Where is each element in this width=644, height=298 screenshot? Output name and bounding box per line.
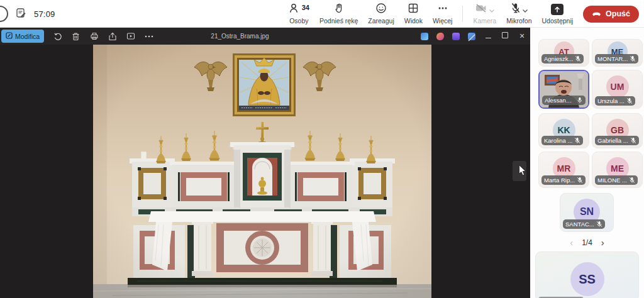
mic-muted-icon — [511, 3, 521, 16]
share-file-icon[interactable] — [108, 31, 117, 41]
participants-rail: AT Agnieszk... ME MONTAR... — [530, 28, 644, 298]
avatar: UM — [606, 75, 629, 98]
meeting-topbar: 57:09 34 Osoby Podnieś rękę — [0, 0, 644, 28]
participant-label: Marta Rip... — [541, 175, 586, 185]
mic-button[interactable]: Mikrofon — [506, 4, 531, 25]
page-indicator: 1/4 — [582, 238, 592, 247]
photo-ai-icon[interactable] — [421, 33, 428, 40]
meeting-timer: 57:09 — [34, 9, 55, 19]
prev-page-chevron[interactable]: ‹ — [570, 238, 573, 247]
people-button[interactable]: 34 Osoby — [289, 4, 309, 25]
mic-muted-icon — [596, 221, 602, 228]
slideshow-icon[interactable] — [126, 31, 135, 41]
session-circle-icon — [0, 6, 8, 22]
participants-pagination: ‹ 1/4 › — [530, 238, 644, 247]
more-options-icon[interactable] — [144, 31, 153, 41]
camera-button[interactable]: Kamera — [473, 4, 496, 25]
clipchamp-icon[interactable] — [436, 33, 444, 40]
view-button[interactable]: Widok — [404, 4, 423, 25]
raise-hand-icon — [333, 3, 344, 16]
raise-hand-button[interactable]: Podnieś rękę — [319, 4, 358, 25]
mic-on-icon — [577, 97, 583, 104]
mic-muted-icon — [630, 55, 636, 62]
mic-muted-icon — [626, 97, 633, 104]
print-icon[interactable] — [89, 31, 99, 41]
camera-off-icon — [475, 3, 487, 16]
participant-tile-me1[interactable]: ME MONTAR... — [592, 39, 643, 67]
people-count-badge: 34 — [302, 4, 309, 11]
close-button[interactable]: × — [518, 28, 526, 45]
mic-muted-icon — [629, 177, 635, 184]
participant-label: Karolina ... — [541, 136, 583, 145]
restore-button[interactable] — [501, 28, 509, 45]
leave-button[interactable]: Opuść — [583, 6, 639, 23]
mouse-cursor — [518, 165, 527, 179]
participant-tile-gb[interactable]: GB Gabriella ... — [592, 113, 643, 148]
topbar-left: 57:09 — [0, 0, 55, 28]
mic-muted-icon — [575, 55, 581, 62]
handset-icon — [592, 9, 601, 19]
participant-label: Urszula ... — [595, 96, 635, 106]
controls-divider — [462, 6, 463, 22]
designer-icon[interactable] — [452, 33, 460, 40]
next-page-chevron[interactable]: › — [601, 238, 604, 247]
more-button[interactable]: Więcej — [433, 4, 453, 25]
participant-label: Gabriella ... — [595, 136, 639, 145]
meeting-controls: 34 Osoby Podnieś rękę Zareaguj — [289, 0, 639, 28]
mic-muted-icon — [574, 137, 580, 144]
participant-tile-alessandro-video[interactable]: Alessandr... — [538, 70, 589, 109]
mic-chevron-icon[interactable] — [523, 4, 528, 15]
avatar: SS — [570, 262, 604, 296]
notes-icon[interactable] — [16, 8, 26, 21]
rotate-icon[interactable] — [53, 31, 62, 41]
share-screen-button[interactable]: Udostępnij — [541, 4, 573, 25]
webex-meeting-window: 57:09 34 Osoby Podnieś rękę — [0, 0, 644, 298]
photos-toolbar-right: × — [421, 28, 526, 45]
mic-muted-icon — [577, 177, 583, 184]
photos-toolbar: Modifica — [0, 28, 530, 45]
participant-label: MILONE ... — [595, 175, 638, 185]
participant-tile-at[interactable]: AT Agnieszk... — [538, 39, 589, 67]
mic-muted-icon — [630, 137, 636, 144]
participant-label: Alessandr... — [542, 96, 586, 105]
people-icon — [289, 3, 300, 16]
minimize-button[interactable] — [484, 28, 492, 45]
participant-label: Agnieszk... — [541, 54, 584, 63]
react-button[interactable]: Zareaguj — [368, 4, 394, 25]
grid-view-icon — [408, 3, 419, 16]
edit-button[interactable]: Modifica — [1, 30, 44, 43]
participant-label: SANTAC... — [563, 219, 605, 229]
shared-photo-altar — [93, 45, 431, 298]
delete-icon[interactable] — [71, 31, 80, 41]
participant-tile-me2[interactable]: ME MILONE ... — [592, 152, 643, 188]
cloud-slash-icon[interactable] — [468, 33, 475, 40]
photos-tools — [53, 31, 153, 41]
participant-tile-ss[interactable]: SS — [535, 251, 639, 298]
participant-tile-mr[interactable]: MR Marta Rip... — [538, 152, 589, 188]
participant-tile-kk[interactable]: KK Karolina ... — [538, 113, 589, 148]
camera-chevron-icon[interactable] — [489, 4, 494, 15]
edit-pencil-icon — [6, 32, 13, 40]
shared-screen-region: Modifica — [0, 28, 530, 298]
participant-tile-sn[interactable]: SN SANTAC... — [560, 193, 614, 232]
ellipsis-icon — [437, 3, 448, 16]
smiley-icon — [375, 3, 387, 16]
share-screen-icon — [551, 4, 564, 15]
participant-tile-um[interactable]: UM Urszula ... — [592, 70, 643, 109]
participant-label: MONTAR... — [595, 54, 638, 63]
